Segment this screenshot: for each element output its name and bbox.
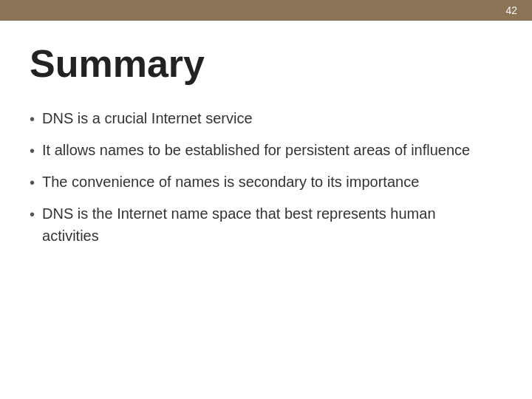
- bullet-text-1: DNS is a crucial Internet service: [42, 107, 495, 129]
- bullet-dot-4: •: [30, 203, 35, 225]
- slide-title: Summary: [30, 43, 495, 85]
- content-area: Summary • DNS is a crucial Internet serv…: [0, 21, 532, 278]
- bullet-dot-3: •: [30, 171, 35, 194]
- bullet-text-4: DNS is the Internet name space that best…: [42, 202, 495, 247]
- slide-number: 42: [505, 4, 517, 16]
- slide: 42 Summary • DNS is a crucial Internet s…: [0, 0, 532, 399]
- bullet-list: • DNS is a crucial Internet service • It…: [30, 107, 495, 247]
- bullet-dot-1: •: [30, 108, 35, 130]
- list-item: • It allows names to be established for …: [30, 139, 495, 162]
- list-item: • DNS is a crucial Internet service: [30, 107, 495, 130]
- top-bar: 42: [0, 0, 532, 21]
- list-item: • The convenience of names is secondary …: [30, 171, 495, 194]
- bullet-text-3: The convenience of names is secondary to…: [42, 171, 495, 193]
- list-item: • DNS is the Internet name space that be…: [30, 202, 495, 247]
- bullet-dot-2: •: [30, 140, 35, 162]
- bullet-text-2: It allows names to be established for pe…: [42, 139, 495, 161]
